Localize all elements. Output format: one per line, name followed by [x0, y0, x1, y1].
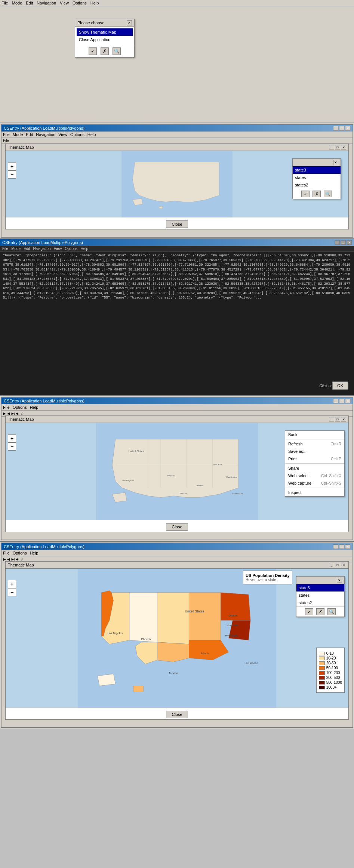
- context-web-select[interactable]: Web select Ctrl+Shift+X: [285, 472, 344, 479]
- ok-button-3[interactable]: OK: [332, 382, 348, 390]
- dialog-box: Please choose ✕ Show Thematic Map Close …: [75, 19, 135, 58]
- zoom-out-5[interactable]: −: [8, 588, 16, 596]
- map-close-5[interactable]: ✕: [341, 563, 346, 567]
- dialog-close-button[interactable]: ✕: [127, 20, 132, 25]
- state-cancel-button-5[interactable]: ✗: [316, 608, 324, 615]
- menu-help-4[interactable]: Help: [30, 405, 39, 410]
- context-back[interactable]: Back: [285, 431, 344, 438]
- maximize-button-2[interactable]: □: [339, 126, 344, 130]
- density-legend: 0-10 10-20 20-50 50-100: [316, 648, 345, 693]
- minimize-button-4[interactable]: _: [333, 399, 338, 403]
- svg-text:Mexico: Mexico: [169, 671, 178, 675]
- menu-options-2[interactable]: Options: [70, 132, 84, 137]
- zoom-in-2[interactable]: +: [8, 162, 16, 170]
- menu-file-3[interactable]: File: [2, 247, 8, 251]
- state-list-states[interactable]: states: [293, 174, 341, 181]
- menu-mode-2[interactable]: Mode: [13, 132, 23, 137]
- svg-text:Los Angeles: Los Angeles: [108, 631, 123, 635]
- context-web-capture[interactable]: Web capture Ctrl+Shift+S: [285, 479, 344, 487]
- menu-file[interactable]: File: [1, 1, 8, 5]
- map-maximize-2[interactable]: □: [335, 145, 340, 149]
- menu-mode-3[interactable]: Mode: [11, 247, 21, 251]
- close-map-button-2[interactable]: Close: [166, 220, 188, 228]
- zoom-in-5[interactable]: +: [8, 580, 16, 588]
- dialog-search-button[interactable]: 🔍: [113, 47, 121, 55]
- map-titlebar-4: Thematic Map _ □ ✕: [6, 416, 348, 423]
- close-button-4[interactable]: ✕: [345, 399, 350, 403]
- data-minimize-3[interactable]: _: [335, 240, 340, 245]
- state-list-states-5[interactable]: states: [296, 591, 344, 599]
- minimize-button-5[interactable]: _: [333, 544, 338, 549]
- csentry-titlebar-2: CSEntry (Application LoadMultiplePolygon…: [1, 125, 353, 132]
- map-minimize-4[interactable]: _: [329, 417, 334, 421]
- dialog-cancel-button[interactable]: ✗: [101, 47, 109, 55]
- menu-options-3[interactable]: Options: [65, 247, 77, 251]
- context-save-as[interactable]: Save as...: [285, 448, 344, 455]
- svg-text:New York: New York: [213, 463, 223, 466]
- menu-help[interactable]: Help: [90, 1, 99, 5]
- menu-navigation-3[interactable]: Navigation: [33, 247, 50, 251]
- menu-file-2[interactable]: File: [3, 132, 10, 137]
- menu-options-4[interactable]: Options: [13, 405, 27, 410]
- svg-text:Washington: Washington: [225, 634, 239, 637]
- map-minimize-5[interactable]: _: [329, 563, 334, 567]
- menu-help-5[interactable]: Help: [30, 551, 39, 555]
- menu-navigation[interactable]: Navigation: [37, 1, 56, 5]
- dialog-item-show-thematic-map[interactable]: Show Thematic Map: [77, 28, 133, 36]
- menu-view[interactable]: View: [60, 1, 69, 5]
- zoom-out-2[interactable]: −: [8, 170, 16, 179]
- menu-file-4[interactable]: File: [3, 405, 10, 410]
- menu-edit[interactable]: Edit: [26, 1, 33, 5]
- context-share[interactable]: Share: [285, 464, 344, 472]
- svg-text:New York: New York: [227, 624, 238, 627]
- state-cancel-button-2[interactable]: ✗: [313, 191, 321, 197]
- menu-help-2[interactable]: Help: [87, 132, 96, 137]
- state-ok-button-2[interactable]: ✓: [301, 191, 310, 197]
- state-list-state3-5[interactable]: state3: [296, 584, 344, 591]
- menu-options[interactable]: Options: [73, 1, 87, 5]
- context-print[interactable]: Print Ctrl+P: [285, 455, 344, 463]
- close-button-2[interactable]: ✕: [345, 126, 350, 130]
- state-ok-button-5[interactable]: ✓: [305, 608, 313, 615]
- state-search-button-5[interactable]: 🔍: [327, 608, 336, 615]
- map-close-2[interactable]: ✕: [341, 145, 346, 149]
- state-list-state3[interactable]: state3: [293, 166, 341, 174]
- svg-text:Los Angeles: Los Angeles: [122, 479, 134, 482]
- data-close-3[interactable]: ✕: [347, 240, 352, 245]
- menu-help-3[interactable]: Help: [81, 247, 89, 251]
- menu-edit-2[interactable]: Edit: [26, 132, 33, 137]
- menu-view-2[interactable]: View: [58, 132, 67, 137]
- close-map-button-4[interactable]: Close: [166, 523, 188, 531]
- menu-navigation-2[interactable]: Navigation: [36, 132, 55, 137]
- minimize-button-2[interactable]: _: [333, 126, 338, 130]
- map-close-4[interactable]: ✕: [341, 417, 346, 421]
- state-list-states2[interactable]: states2: [293, 181, 341, 189]
- context-inspect[interactable]: Inspect: [285, 489, 344, 496]
- map-maximize-5[interactable]: □: [335, 563, 340, 567]
- legend-color-1000plus: [319, 686, 325, 689]
- svg-text:Atlanta: Atlanta: [201, 652, 210, 655]
- data-maximize-3[interactable]: □: [341, 240, 346, 245]
- map-maximize-4[interactable]: □: [335, 417, 340, 421]
- zoom-out-4[interactable]: −: [8, 442, 16, 451]
- menu-file-5[interactable]: File: [3, 551, 10, 555]
- zoom-in-4[interactable]: +: [8, 434, 16, 442]
- svg-marker-3: [159, 206, 163, 208]
- close-button-5[interactable]: ✕: [345, 544, 350, 549]
- state-dialog-title-5: ✕: [296, 577, 344, 584]
- state-search-button-2[interactable]: 🔍: [324, 191, 332, 197]
- menu-options-5[interactable]: Options: [13, 551, 27, 555]
- state-dialog-close-2[interactable]: ✕: [333, 160, 338, 165]
- maximize-button-5[interactable]: □: [339, 544, 344, 549]
- close-map-button-5[interactable]: Close: [166, 711, 188, 718]
- dialog-item-close-application[interactable]: Close Application: [77, 36, 133, 43]
- dialog-ok-button[interactable]: ✓: [89, 47, 97, 55]
- map-minimize-2[interactable]: _: [329, 145, 334, 149]
- state-list-states2-5[interactable]: states2: [296, 599, 344, 606]
- menu-view-3[interactable]: View: [54, 247, 62, 251]
- maximize-button-4[interactable]: □: [339, 399, 344, 403]
- menu-mode[interactable]: Mode: [12, 1, 22, 5]
- context-refresh[interactable]: Refresh Ctrl+R: [285, 440, 344, 448]
- menu-edit-3[interactable]: Edit: [24, 247, 30, 251]
- state-dialog-close-5[interactable]: ✕: [337, 578, 342, 583]
